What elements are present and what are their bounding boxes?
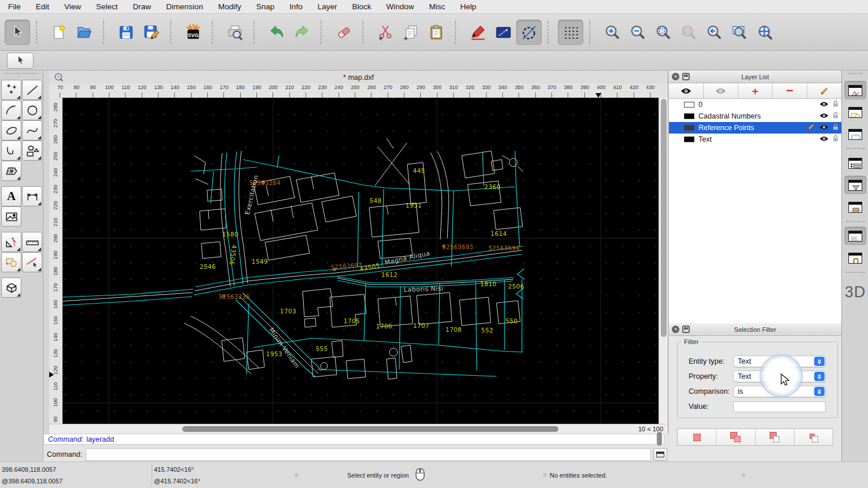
polyline-tool[interactable]	[1, 141, 21, 161]
box-3d-tool[interactable]	[1, 278, 21, 298]
canvas-vertical-scrollbar[interactable]	[659, 98, 668, 424]
filter-value-input[interactable]	[733, 401, 826, 412]
menu-item[interactable]: Dimension	[166, 2, 203, 11]
construction-mode-button[interactable]	[516, 20, 542, 45]
add-layer-button[interactable]: +	[738, 83, 773, 98]
paste-button[interactable]	[424, 20, 449, 45]
line-tool[interactable]	[22, 80, 42, 100]
delete-button[interactable]	[331, 20, 356, 45]
layer-visibility-toggle[interactable]	[819, 101, 829, 109]
ellipse-tool[interactable]	[1, 120, 21, 141]
layer-visibility-toggle[interactable]	[819, 112, 829, 120]
zoom-selection-button[interactable]	[676, 20, 701, 45]
menu-item[interactable]: Layer	[318, 2, 337, 11]
palette-drag-handle[interactable]	[5, 73, 38, 77]
remove-from-selection-button[interactable]	[756, 429, 795, 445]
menu-item[interactable]: Help	[460, 2, 476, 11]
pencil-edit-button[interactable]	[465, 20, 491, 45]
text-tool[interactable]: A	[1, 186, 21, 206]
layer-visibility-toggle[interactable]	[819, 124, 829, 132]
grid-toggle-button[interactable]	[558, 20, 583, 45]
canvas-horizontal-scrollbar[interactable]: 10 < 100	[49, 424, 668, 434]
zoom-in-button[interactable]	[599, 20, 625, 45]
copy-button[interactable]	[398, 20, 424, 45]
snap-tool[interactable]	[22, 252, 42, 272]
layer-row[interactable]: Reference Points	[669, 122, 841, 134]
layer-lock-toggle[interactable]	[833, 123, 838, 132]
command-history-panel-toggle[interactable]	[844, 227, 866, 245]
library-browser-panel-toggle[interactable]	[844, 125, 866, 143]
menu-item[interactable]: Edit	[36, 2, 49, 11]
zoom-out-button[interactable]	[625, 20, 650, 45]
menu-item[interactable]: Modify	[218, 2, 241, 11]
hscroll-thumb[interactable]	[182, 426, 558, 432]
command-input[interactable]	[86, 448, 651, 461]
info-tool[interactable]	[1, 252, 21, 272]
add-to-selection-button[interactable]	[716, 429, 755, 445]
command-options-button[interactable]	[653, 448, 667, 461]
layer-row[interactable]: Cadastral Numbers	[669, 110, 841, 122]
selection-tool-button[interactable]	[7, 53, 34, 69]
new-file-button[interactable]	[46, 20, 72, 45]
menu-item[interactable]: Draw	[133, 2, 152, 11]
points-tool[interactable]	[1, 80, 21, 100]
print-preview-button[interactable]	[222, 20, 248, 45]
shape-tool[interactable]	[22, 141, 42, 161]
select-matching-button[interactable]	[678, 429, 716, 445]
menu-item[interactable]: Block	[352, 2, 372, 11]
layer-list-panel-toggle[interactable]	[844, 154, 866, 172]
pan-button[interactable]	[752, 20, 778, 45]
save-button[interactable]	[113, 20, 139, 45]
hatch-tool[interactable]	[1, 161, 21, 181]
history-scrollbar-thumb[interactable]	[657, 432, 662, 446]
undo-button[interactable]	[264, 20, 289, 45]
show-all-layers-button[interactable]	[669, 83, 704, 98]
layer-lock-toggle[interactable]	[833, 112, 838, 121]
close-panel-button[interactable]	[672, 73, 679, 80]
save-as-button[interactable]	[139, 20, 164, 45]
remove-layer-button[interactable]: −	[773, 83, 807, 98]
menu-item[interactable]: Window	[387, 2, 414, 11]
svg-export-button[interactable]: SVG	[181, 20, 206, 45]
layer-edit-pencil-icon[interactable]	[807, 123, 815, 133]
edit-layer-button[interactable]	[807, 83, 841, 98]
layer-row[interactable]: Text	[669, 134, 841, 145]
strip-drag-handle[interactable]	[848, 73, 862, 77]
vscroll-thumb[interactable]	[661, 99, 667, 337]
layer-visibility-toggle[interactable]	[819, 135, 829, 143]
arc-tool[interactable]	[1, 100, 21, 120]
property-editor-panel-toggle[interactable]	[844, 81, 866, 99]
layer-row[interactable]: 0	[669, 99, 841, 110]
open-file-button[interactable]	[72, 20, 97, 45]
layer-lock-toggle[interactable]	[833, 100, 838, 109]
menu-item[interactable]: Info	[289, 2, 303, 11]
select-arrow-button[interactable]	[5, 20, 30, 45]
menu-item[interactable]: View	[64, 2, 81, 11]
redo-button[interactable]	[289, 20, 315, 45]
menu-item[interactable]: Select	[96, 2, 118, 11]
spline-tool[interactable]	[22, 120, 42, 141]
cut-button[interactable]	[373, 20, 398, 45]
measure-tool[interactable]	[22, 232, 42, 252]
drawing-canvas[interactable]: 4452360548193116141580154925464350643505…	[62, 98, 659, 424]
float-panel-button[interactable]	[682, 73, 690, 80]
dimension-tool[interactable]	[22, 186, 42, 206]
previous-view-button[interactable]	[701, 20, 727, 45]
auto-zoom-button[interactable]	[650, 20, 676, 45]
intersect-selection-button[interactable]	[795, 429, 833, 445]
measurement-rect-button[interactable]	[491, 20, 516, 45]
image-tool[interactable]	[1, 206, 21, 227]
clipboard-panel-toggle[interactable]	[844, 249, 866, 267]
selection-filter-panel-toggle[interactable]	[844, 176, 866, 194]
pattern-panel-toggle[interactable]	[844, 198, 866, 216]
menu-item[interactable]: Snap	[256, 2, 275, 11]
menu-item[interactable]: Misc	[429, 2, 446, 11]
modify-tool[interactable]	[1, 232, 21, 252]
layer-lock-toggle[interactable]	[833, 135, 838, 144]
menu-item[interactable]: File	[8, 2, 21, 11]
circle-tool[interactable]	[22, 100, 42, 120]
zoom-window-button[interactable]	[727, 20, 752, 45]
close-panel-button[interactable]	[672, 326, 679, 333]
hide-all-layers-button[interactable]	[704, 83, 738, 98]
float-panel-button[interactable]	[682, 326, 690, 333]
